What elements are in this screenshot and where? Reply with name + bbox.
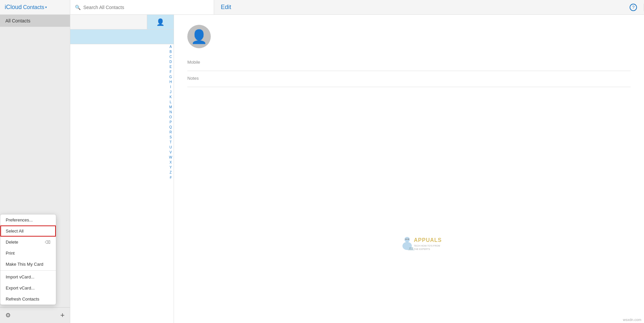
svg-rect-9 xyxy=(408,250,415,250)
alpha-c[interactable]: C xyxy=(168,54,174,59)
contact-selected-row[interactable] xyxy=(70,29,174,44)
icloud-label: iCloud xyxy=(5,4,22,11)
alpha-q[interactable]: Q xyxy=(168,125,174,130)
alpha-x[interactable]: X xyxy=(168,160,174,165)
menu-item-delete[interactable]: Delete ⌫ xyxy=(0,237,56,248)
detail-panel: 👤 Mobile Notes APPUALS TECH HOW-TO'S FRO… xyxy=(174,15,644,323)
notes-label: Notes xyxy=(187,76,631,81)
alpha-y[interactable]: Y xyxy=(168,165,174,170)
help-icon[interactable]: ? xyxy=(630,4,637,11)
contact-list-header: 👤 xyxy=(70,15,174,29)
contacts-dropdown[interactable]: Contacts ▾ xyxy=(23,4,47,10)
sidebar: All Contacts Preferences... Select All D… xyxy=(0,15,70,323)
alpha-g[interactable]: G xyxy=(168,74,174,79)
alpha-k[interactable]: K xyxy=(168,94,174,100)
menu-item-preferences[interactable]: Preferences... xyxy=(0,214,56,225)
svg-text:APPUALS: APPUALS xyxy=(414,237,442,243)
app-branding: iCloud Contacts ▾ xyxy=(0,0,70,14)
alpha-v[interactable]: V xyxy=(168,150,174,155)
sidebar-footer: ⚙ + xyxy=(0,307,70,323)
mobile-label: Mobile xyxy=(187,60,631,65)
alpha-h[interactable]: H xyxy=(168,79,174,84)
chevron-down-icon: ▾ xyxy=(45,5,47,9)
svg-text:THE EXPERTS: THE EXPERTS xyxy=(414,248,430,250)
contact-avatar: 👤 xyxy=(187,25,211,48)
main-content: All Contacts Preferences... Select All D… xyxy=(0,15,644,323)
alpha-d[interactable]: D xyxy=(168,59,174,64)
delete-shortcut-icon: ⌫ xyxy=(45,240,51,245)
alpha-o[interactable]: O xyxy=(168,115,174,120)
notes-field: Notes xyxy=(187,71,631,87)
alpha-z[interactable]: Z xyxy=(168,170,174,175)
avatar-person-icon: 👤 xyxy=(191,29,207,45)
alphabet-nav: A B C D E F G H I J K L M N O P Q R S T … xyxy=(168,44,174,180)
alpha-i[interactable]: I xyxy=(168,84,174,89)
mobile-field: Mobile xyxy=(187,55,631,71)
menu-item-export-vcard[interactable]: Export vCard... xyxy=(0,282,56,294)
alpha-p[interactable]: P xyxy=(168,120,174,125)
search-bar: 🔍 xyxy=(70,0,214,14)
svg-text:TECH HOW-TO'S FROM: TECH HOW-TO'S FROM xyxy=(414,245,440,247)
alpha-b[interactable]: B xyxy=(168,49,174,54)
person-icon: 👤 xyxy=(156,18,165,26)
alpha-f[interactable]: F xyxy=(168,69,174,74)
contacts-label: Contacts xyxy=(23,4,44,10)
search-input[interactable] xyxy=(83,5,209,10)
alpha-a[interactable]: A xyxy=(168,44,174,49)
gear-icon[interactable]: ⚙ xyxy=(5,312,11,319)
sidebar-item-all-contacts[interactable]: All Contacts xyxy=(0,15,70,27)
top-bar: iCloud Contacts ▾ 🔍 Edit ? xyxy=(0,0,644,15)
alpha-u[interactable]: U xyxy=(168,145,174,150)
edit-title: Edit xyxy=(221,4,231,11)
svg-rect-2 xyxy=(405,239,407,240)
alpha-r[interactable]: R xyxy=(168,130,174,135)
menu-item-import-vcard[interactable]: Import vCard... xyxy=(0,271,56,282)
menu-item-print[interactable]: Print xyxy=(0,248,56,259)
watermark-text: wsxdn.com xyxy=(623,318,641,322)
alpha-hash[interactable]: # xyxy=(168,175,174,180)
menu-item-refresh-contacts[interactable]: Refresh Contacts xyxy=(0,294,56,305)
alpha-m[interactable]: M xyxy=(168,105,174,110)
svg-rect-3 xyxy=(407,239,409,240)
menu-item-select-all[interactable]: Select All xyxy=(0,225,56,237)
dropdown-menu: Preferences... Select All Delete ⌫ Print… xyxy=(0,214,56,305)
alpha-t[interactable]: T xyxy=(168,140,174,145)
search-icon: 🔍 xyxy=(75,5,81,10)
menu-item-make-my-card[interactable]: Make This My Card xyxy=(0,259,56,270)
svg-rect-8 xyxy=(409,247,413,250)
contact-list-area: 👤 A B C D E F G H I J K L M N O P Q R S … xyxy=(70,15,174,323)
alpha-w[interactable]: W xyxy=(168,155,174,160)
edit-section-header: Edit ? xyxy=(214,4,644,11)
alpha-j[interactable]: J xyxy=(168,89,174,94)
contact-list-header-right: 👤 xyxy=(147,15,174,29)
add-contact-icon[interactable]: + xyxy=(60,311,65,320)
alpha-s[interactable]: S xyxy=(168,135,174,140)
alpha-l[interactable]: L xyxy=(168,100,174,105)
menu-divider xyxy=(0,270,56,271)
watermark-logo: APPUALS TECH HOW-TO'S FROM THE EXPERTS xyxy=(400,235,447,256)
appuals-logo-svg: APPUALS TECH HOW-TO'S FROM THE EXPERTS xyxy=(400,235,447,255)
contact-list-header-left xyxy=(70,15,147,29)
alpha-n[interactable]: N xyxy=(168,110,174,115)
alpha-e[interactable]: E xyxy=(168,64,174,69)
